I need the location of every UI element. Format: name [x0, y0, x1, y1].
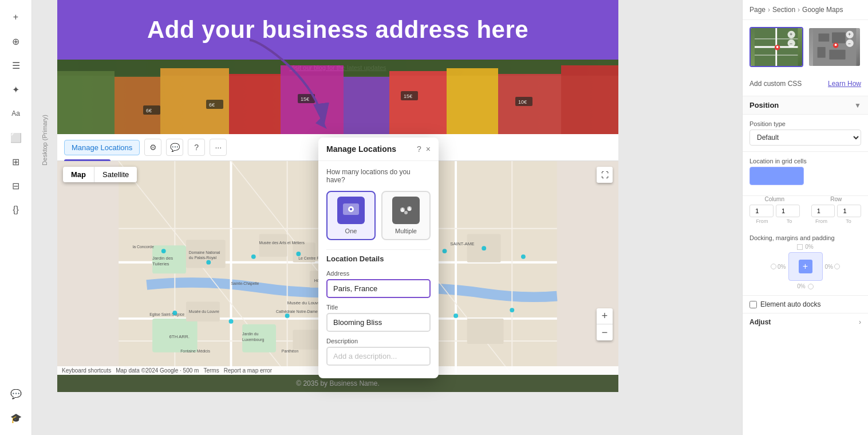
svg-text:Domaine National: Domaine National: [189, 250, 220, 254]
zoom-in-button[interactable]: +: [597, 308, 613, 324]
dock-center-box: +: [788, 252, 823, 281]
grid-spacer: [808, 167, 862, 185]
sidebar-design-icon[interactable]: ✦: [6, 79, 26, 100]
svg-text:Musée du Louvre: Musée du Louvre: [189, 309, 219, 313]
grid-cell-active: [749, 167, 804, 185]
svg-text:Luxembourg: Luxembourg: [242, 338, 264, 342]
modal-close-button[interactable]: ×: [426, 144, 431, 154]
address-input[interactable]: [326, 279, 431, 298]
map-thumb-1[interactable]: + −: [749, 27, 803, 67]
svg-point-80: [443, 249, 447, 253]
dock-bottom-circle[interactable]: [808, 284, 814, 289]
dock-top-circle[interactable]: [797, 244, 803, 250]
col-to-label: To: [777, 218, 802, 224]
location-option-one[interactable]: One: [326, 191, 376, 240]
sidebar-text-icon[interactable]: Aa: [6, 103, 26, 124]
map-thumb-2[interactable]: + −: [808, 27, 862, 67]
hero-banner: Add your business address here: [57, 0, 618, 60]
title-input[interactable]: [326, 313, 431, 332]
sidebar-table-icon[interactable]: ⊟: [6, 175, 26, 196]
help-icon-btn[interactable]: ?: [188, 139, 205, 156]
more-options-btn[interactable]: ···: [210, 139, 227, 156]
svg-text:Musée des Arts et Métiers: Musée des Arts et Métiers: [259, 241, 305, 245]
sidebar-chat-icon[interactable]: 💬: [6, 383, 26, 404]
dock-plus-icon[interactable]: +: [799, 260, 812, 273]
dock-right-pct: 0%: [825, 264, 833, 270]
position-title: Position: [749, 101, 779, 109]
option-multiple-label: Multiple: [387, 228, 425, 234]
modal-help-button[interactable]: ?: [417, 144, 421, 154]
auto-docks-checkbox[interactable]: [749, 301, 757, 308]
sidebar-layers-icon[interactable]: ⊕: [6, 31, 26, 52]
flower-shop-image: Visit our blog for the latest updates 6€: [57, 60, 618, 134]
modal-question: How many locations do you have?: [326, 168, 431, 184]
sidebar-code-icon[interactable]: {}: [6, 199, 26, 220]
left-sidebar: + ⊕ ☰ ✦ Aa ⬜ ⊞ ⊟ {} 💬 🎓: [0, 0, 32, 435]
adjust-section[interactable]: Adjust ›: [743, 313, 868, 331]
svg-rect-40: [259, 234, 287, 257]
keyboard-shortcuts[interactable]: Keyboard shortcuts: [62, 367, 111, 374]
svg-text:−: −: [848, 41, 851, 46]
main-canvas: Desktop (Primary) Add your business addr…: [32, 0, 742, 435]
col-from-input[interactable]: [749, 205, 774, 217]
single-location-icon: [337, 197, 365, 224]
sidebar-add-icon[interactable]: +: [6, 7, 26, 28]
map-thumbnails: + − + −: [743, 20, 868, 74]
satellite-view-button[interactable]: Satellite: [94, 167, 137, 182]
svg-text:Fontaine Médicis: Fontaine Médicis: [180, 349, 210, 353]
svg-text:6TH ARR.: 6TH ARR.: [169, 334, 190, 339]
dock-right-circle[interactable]: [834, 264, 840, 269]
map-view-button[interactable]: Map: [63, 167, 94, 182]
svg-text:du Palais-Royal: du Palais-Royal: [189, 256, 217, 260]
dock-top-pct: 0%: [805, 244, 813, 250]
breadcrumb-page[interactable]: Page: [749, 6, 766, 14]
location-grid-label: Location in grid cells: [749, 158, 861, 164]
auto-docks-label: Element auto docks: [760, 300, 820, 308]
sidebar-help-icon[interactable]: 🎓: [6, 407, 26, 428]
sidebar-pages-icon[interactable]: ☰: [6, 55, 26, 76]
svg-rect-119: [817, 47, 825, 58]
svg-point-88: [453, 313, 458, 318]
row-to-label: To: [836, 218, 861, 224]
report-error-link[interactable]: Report a map error: [224, 367, 272, 374]
settings-icon-btn[interactable]: ⚙: [144, 139, 161, 156]
sidebar-widgets-icon[interactable]: ⊞: [6, 151, 26, 172]
auto-docks-row: Element auto docks: [743, 296, 868, 313]
location-details-header: Location Details: [326, 249, 431, 263]
docking-title: Docking, margins and padding: [749, 234, 861, 241]
breadcrumb: Page › Section › Google Maps: [743, 0, 868, 20]
col-to-input[interactable]: [776, 205, 800, 217]
sidebar-media-icon[interactable]: ⬜: [6, 127, 26, 148]
breadcrumb-arrow-1: ›: [768, 6, 770, 14]
option-one-label: One: [332, 228, 370, 234]
dock-left-circle[interactable]: [771, 264, 776, 269]
svg-text:Jardin des: Jardin des: [152, 256, 173, 261]
svg-text:15€: 15€: [301, 96, 309, 102]
map-type-buttons: Map Satellite: [63, 167, 137, 182]
comment-icon-btn[interactable]: 💬: [166, 139, 183, 156]
fullscreen-button[interactable]: ⛶: [597, 167, 613, 183]
zoom-out-button[interactable]: −: [597, 324, 613, 340]
row-from-input[interactable]: [811, 205, 835, 217]
svg-text:Musée du Louvre: Musée du Louvre: [287, 300, 322, 305]
row-to-input[interactable]: [837, 205, 861, 217]
modal-body: How many locations do you have?: [318, 161, 439, 378]
manage-locations-modal: Manage Locations ? × How many locations …: [318, 138, 439, 378]
manage-locations-button[interactable]: Manage Locations: [64, 140, 140, 155]
position-chevron: ▼: [854, 101, 861, 109]
location-option-multiple[interactable]: Multiple: [381, 191, 431, 240]
custom-css-section: Add custom CSS Learn How: [743, 74, 868, 96]
svg-text:+: +: [848, 32, 851, 37]
css-label: Add custom CSS: [749, 80, 802, 88]
breadcrumb-section[interactable]: Section: [772, 6, 795, 14]
position-section-header[interactable]: Position ▼: [743, 96, 868, 115]
svg-point-81: [482, 246, 486, 250]
multiple-location-icon: [392, 197, 420, 224]
svg-point-75: [251, 254, 256, 259]
description-label: Description: [326, 338, 431, 344]
position-type-select[interactable]: Default: [749, 130, 861, 146]
learn-how-link[interactable]: Learn How: [828, 80, 861, 88]
description-input[interactable]: [326, 347, 431, 366]
terms-link[interactable]: Terms: [203, 367, 219, 374]
svg-text:Cathédrale Notre-Dame: Cathédrale Notre-Dame: [276, 309, 318, 313]
